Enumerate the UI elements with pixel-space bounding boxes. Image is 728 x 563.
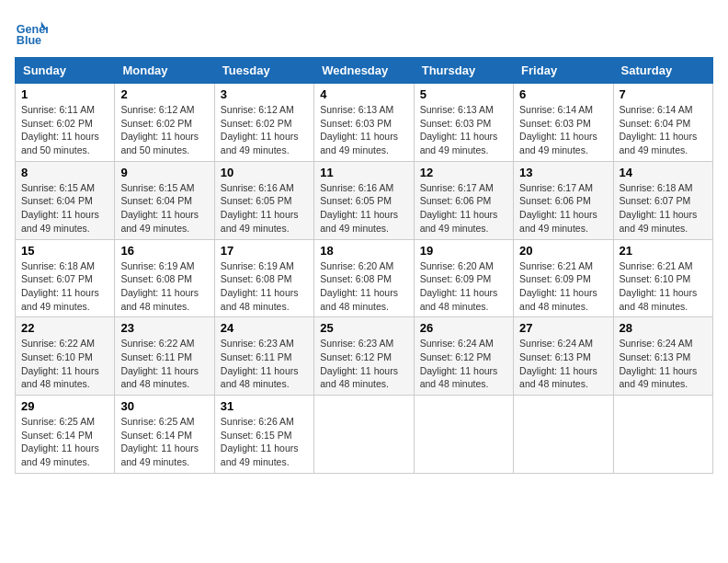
calendar-week-row: 29Sunrise: 6:25 AM Sunset: 6:14 PM Dayli… bbox=[16, 396, 713, 474]
day-number: 5 bbox=[420, 87, 507, 101]
calendar-cell: 31Sunrise: 6:26 AM Sunset: 6:15 PM Dayli… bbox=[214, 396, 313, 474]
calendar-cell: 28Sunrise: 6:24 AM Sunset: 6:13 PM Dayli… bbox=[613, 317, 712, 396]
day-info: Sunrise: 6:19 AM Sunset: 6:08 PM Dayligh… bbox=[221, 259, 308, 314]
day-info: Sunrise: 6:17 AM Sunset: 6:06 PM Dayligh… bbox=[519, 181, 607, 236]
calendar-cell: 5Sunrise: 6:13 AM Sunset: 6:03 PM Daylig… bbox=[414, 84, 513, 162]
day-number: 7 bbox=[620, 87, 707, 101]
calendar-week-row: 15Sunrise: 6:18 AM Sunset: 6:07 PM Dayli… bbox=[16, 239, 713, 317]
day-number: 12 bbox=[420, 166, 507, 179]
svg-text:Blue: Blue bbox=[17, 34, 41, 47]
day-number: 13 bbox=[519, 166, 607, 179]
calendar-cell: 22Sunrise: 6:22 AM Sunset: 6:10 PM Dayli… bbox=[16, 317, 115, 396]
day-number: 24 bbox=[221, 321, 308, 335]
day-info: Sunrise: 6:15 AM Sunset: 6:04 PM Dayligh… bbox=[120, 181, 208, 236]
calendar-header-row: SundayMondayTuesdayWednesdayThursdayFrid… bbox=[16, 58, 713, 84]
day-info: Sunrise: 6:20 AM Sunset: 6:08 PM Dayligh… bbox=[320, 259, 407, 314]
day-number: 29 bbox=[21, 399, 108, 413]
calendar-cell: 3Sunrise: 6:12 AM Sunset: 6:02 PM Daylig… bbox=[214, 84, 313, 162]
calendar-cell: 21Sunrise: 6:21 AM Sunset: 6:10 PM Dayli… bbox=[613, 239, 712, 317]
calendar-cell: 20Sunrise: 6:21 AM Sunset: 6:09 PM Dayli… bbox=[514, 239, 613, 317]
page-header: General Blue bbox=[15, 15, 713, 48]
day-number: 27 bbox=[519, 321, 607, 335]
day-info: Sunrise: 6:23 AM Sunset: 6:12 PM Dayligh… bbox=[320, 337, 407, 391]
day-number: 16 bbox=[120, 244, 208, 258]
calendar-header-saturday: Saturday bbox=[613, 58, 712, 84]
day-info: Sunrise: 6:17 AM Sunset: 6:06 PM Dayligh… bbox=[420, 181, 507, 236]
calendar-cell: 12Sunrise: 6:17 AM Sunset: 6:06 PM Dayli… bbox=[414, 161, 513, 239]
logo-icon: General Blue bbox=[15, 15, 48, 48]
day-info: Sunrise: 6:11 AM Sunset: 6:02 PM Dayligh… bbox=[21, 103, 108, 157]
day-number: 23 bbox=[120, 321, 208, 335]
calendar-cell: 9Sunrise: 6:15 AM Sunset: 6:04 PM Daylig… bbox=[115, 161, 214, 239]
day-number: 25 bbox=[320, 321, 407, 335]
day-info: Sunrise: 6:18 AM Sunset: 6:07 PM Dayligh… bbox=[21, 259, 108, 314]
day-info: Sunrise: 6:12 AM Sunset: 6:02 PM Dayligh… bbox=[221, 103, 308, 157]
day-number: 30 bbox=[120, 399, 208, 413]
calendar-cell: 8Sunrise: 6:15 AM Sunset: 6:04 PM Daylig… bbox=[16, 161, 115, 239]
calendar-cell: 6Sunrise: 6:14 AM Sunset: 6:03 PM Daylig… bbox=[514, 84, 613, 162]
day-info: Sunrise: 6:16 AM Sunset: 6:05 PM Dayligh… bbox=[320, 181, 407, 236]
calendar-cell: 18Sunrise: 6:20 AM Sunset: 6:08 PM Dayli… bbox=[314, 239, 414, 317]
day-number: 21 bbox=[620, 244, 707, 258]
calendar-cell: 7Sunrise: 6:14 AM Sunset: 6:04 PM Daylig… bbox=[613, 84, 712, 162]
calendar-cell: 23Sunrise: 6:22 AM Sunset: 6:11 PM Dayli… bbox=[115, 317, 214, 396]
calendar-cell: 24Sunrise: 6:23 AM Sunset: 6:11 PM Dayli… bbox=[214, 317, 313, 396]
calendar-cell: 14Sunrise: 6:18 AM Sunset: 6:07 PM Dayli… bbox=[613, 161, 712, 239]
day-info: Sunrise: 6:24 AM Sunset: 6:13 PM Dayligh… bbox=[620, 337, 707, 391]
day-info: Sunrise: 6:22 AM Sunset: 6:10 PM Dayligh… bbox=[21, 337, 108, 391]
day-number: 22 bbox=[21, 321, 108, 335]
calendar-cell: 27Sunrise: 6:24 AM Sunset: 6:13 PM Dayli… bbox=[514, 317, 613, 396]
day-number: 11 bbox=[320, 166, 407, 179]
day-info: Sunrise: 6:18 AM Sunset: 6:07 PM Dayligh… bbox=[620, 181, 707, 236]
calendar-cell: 1Sunrise: 6:11 AM Sunset: 6:02 PM Daylig… bbox=[16, 84, 115, 162]
calendar-cell bbox=[514, 396, 613, 474]
calendar-cell: 11Sunrise: 6:16 AM Sunset: 6:05 PM Dayli… bbox=[314, 161, 414, 239]
calendar-cell: 2Sunrise: 6:12 AM Sunset: 6:02 PM Daylig… bbox=[115, 84, 214, 162]
day-number: 9 bbox=[120, 166, 208, 179]
day-info: Sunrise: 6:24 AM Sunset: 6:12 PM Dayligh… bbox=[420, 337, 507, 391]
calendar-cell: 4Sunrise: 6:13 AM Sunset: 6:03 PM Daylig… bbox=[314, 84, 414, 162]
day-info: Sunrise: 6:14 AM Sunset: 6:03 PM Dayligh… bbox=[519, 103, 607, 157]
day-number: 6 bbox=[519, 87, 607, 101]
calendar-cell: 15Sunrise: 6:18 AM Sunset: 6:07 PM Dayli… bbox=[16, 239, 115, 317]
calendar-cell: 29Sunrise: 6:25 AM Sunset: 6:14 PM Dayli… bbox=[16, 396, 115, 474]
day-info: Sunrise: 6:13 AM Sunset: 6:03 PM Dayligh… bbox=[420, 103, 507, 157]
day-info: Sunrise: 6:21 AM Sunset: 6:09 PM Dayligh… bbox=[519, 259, 607, 314]
day-number: 1 bbox=[21, 87, 108, 101]
calendar-cell: 26Sunrise: 6:24 AM Sunset: 6:12 PM Dayli… bbox=[414, 317, 513, 396]
calendar-cell: 19Sunrise: 6:20 AM Sunset: 6:09 PM Dayli… bbox=[414, 239, 513, 317]
calendar-cell: 13Sunrise: 6:17 AM Sunset: 6:06 PM Dayli… bbox=[514, 161, 613, 239]
day-number: 8 bbox=[21, 166, 108, 179]
calendar-table: SundayMondayTuesdayWednesdayThursdayFrid… bbox=[15, 57, 713, 474]
day-info: Sunrise: 6:15 AM Sunset: 6:04 PM Dayligh… bbox=[21, 181, 108, 236]
calendar-week-row: 22Sunrise: 6:22 AM Sunset: 6:10 PM Dayli… bbox=[16, 317, 713, 396]
day-info: Sunrise: 6:26 AM Sunset: 6:15 PM Dayligh… bbox=[221, 415, 308, 469]
calendar-header-friday: Friday bbox=[514, 58, 613, 84]
day-number: 31 bbox=[221, 399, 308, 413]
day-info: Sunrise: 6:13 AM Sunset: 6:03 PM Dayligh… bbox=[320, 103, 407, 157]
calendar-header-thursday: Thursday bbox=[414, 58, 513, 84]
calendar-header-tuesday: Tuesday bbox=[214, 58, 313, 84]
day-info: Sunrise: 6:23 AM Sunset: 6:11 PM Dayligh… bbox=[221, 337, 308, 391]
day-info: Sunrise: 6:21 AM Sunset: 6:10 PM Dayligh… bbox=[620, 259, 707, 314]
calendar-header-monday: Monday bbox=[115, 58, 214, 84]
day-number: 4 bbox=[320, 87, 407, 101]
day-number: 28 bbox=[620, 321, 707, 335]
calendar-week-row: 1Sunrise: 6:11 AM Sunset: 6:02 PM Daylig… bbox=[16, 84, 713, 162]
day-info: Sunrise: 6:24 AM Sunset: 6:13 PM Dayligh… bbox=[519, 337, 607, 391]
day-info: Sunrise: 6:25 AM Sunset: 6:14 PM Dayligh… bbox=[120, 415, 208, 469]
day-number: 20 bbox=[519, 244, 607, 258]
day-info: Sunrise: 6:22 AM Sunset: 6:11 PM Dayligh… bbox=[120, 337, 208, 391]
day-info: Sunrise: 6:25 AM Sunset: 6:14 PM Dayligh… bbox=[21, 415, 108, 469]
day-number: 26 bbox=[420, 321, 507, 335]
calendar-week-row: 8Sunrise: 6:15 AM Sunset: 6:04 PM Daylig… bbox=[16, 161, 713, 239]
calendar-cell: 17Sunrise: 6:19 AM Sunset: 6:08 PM Dayli… bbox=[214, 239, 313, 317]
calendar-cell: 16Sunrise: 6:19 AM Sunset: 6:08 PM Dayli… bbox=[115, 239, 214, 317]
day-info: Sunrise: 6:20 AM Sunset: 6:09 PM Dayligh… bbox=[420, 259, 507, 314]
day-number: 3 bbox=[221, 87, 308, 101]
calendar-cell bbox=[414, 396, 513, 474]
day-info: Sunrise: 6:14 AM Sunset: 6:04 PM Dayligh… bbox=[620, 103, 707, 157]
day-number: 10 bbox=[221, 166, 308, 179]
calendar-cell bbox=[613, 396, 712, 474]
calendar-header-sunday: Sunday bbox=[16, 58, 115, 84]
